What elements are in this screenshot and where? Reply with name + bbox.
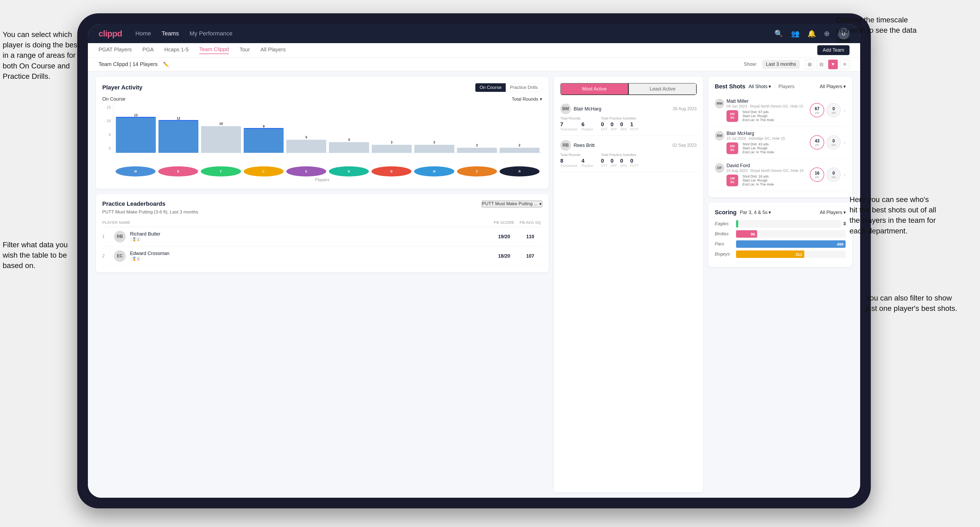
chart-filter[interactable]: Total Rounds ▾ xyxy=(512,96,542,102)
add-team-button[interactable]: Add Team xyxy=(817,45,850,55)
main-content: Player Activity On Course Practice Drill… xyxy=(88,71,860,498)
player-avatar-sm[interactable]: R xyxy=(500,167,539,176)
bar[interactable] xyxy=(116,117,156,153)
edit-icon[interactable]: ✏️ xyxy=(163,62,169,67)
scoring-bar-value: 96 xyxy=(751,232,755,237)
shot-location: 23 Jul 2023 · Ashridge GC, Hole 15 xyxy=(727,136,785,141)
shot-name-loc: David Ford 24 Aug 2023 · Royal North Dev… xyxy=(727,163,804,173)
shot-metric-dist: 43 yds xyxy=(810,135,824,149)
most-active-card: Most Active Least Active BM Blair McHarg… xyxy=(554,77,703,492)
bar-group: 9 xyxy=(243,125,284,153)
bar[interactable] xyxy=(329,142,369,153)
shot-row[interactable]: DF David Ford 24 Aug 2023 · Royal North … xyxy=(715,159,846,191)
player-avatar-sm[interactable]: C xyxy=(457,167,497,176)
shot-metric-zero: 0 yds xyxy=(826,167,841,182)
sub-nav-hcaps[interactable]: Hcaps 1-5 xyxy=(164,46,189,54)
player-activity-row[interactable]: BM Blair McHarg 26 Aug 2023 Total Rounds… xyxy=(560,99,697,136)
shot-metric-zero: 0 yds xyxy=(826,135,841,149)
player-avatar-sm[interactable]: M xyxy=(414,167,454,176)
shot-badge: 198SG xyxy=(727,175,738,186)
player-avatar-sm[interactable]: B xyxy=(371,167,412,176)
bar-group: 4 xyxy=(329,138,369,153)
lb-row[interactable]: 2 EC Edward Crossman 🏅 2 18/20 107 xyxy=(102,246,542,266)
bar[interactable] xyxy=(500,148,539,153)
shot-metric-zero: 0 yds xyxy=(826,103,841,117)
player-activity-row[interactable]: RB Rees Britt 02 Sep 2023 Total Rounds 8… xyxy=(560,136,697,172)
player-avatar-sm[interactable]: B xyxy=(329,167,369,176)
player-avatar-sm[interactable]: E xyxy=(286,167,326,176)
nav-home[interactable]: Home xyxy=(135,30,151,37)
lb-avatar: RB xyxy=(114,231,126,243)
lb-subtitle: PUTT Must Make Putting (3-6 ft), Last 3 … xyxy=(102,210,542,215)
bell-icon[interactable]: 🔔 xyxy=(807,30,816,38)
par-name: Blair McHarg xyxy=(574,106,601,112)
plus-icon[interactable]: ⊕ xyxy=(824,30,830,38)
shot-chevron[interactable]: › xyxy=(844,140,846,146)
toggle-practice[interactable]: Practice Drills xyxy=(506,83,542,92)
shot-row[interactable]: BM Blair McHarg 23 Jul 2023 · Ashridge G… xyxy=(715,126,846,159)
shots-tab-players[interactable]: Players xyxy=(778,84,794,89)
par-app: 0 APP xyxy=(611,121,617,131)
player-avatar-sm[interactable]: B xyxy=(158,167,198,176)
shot-chevron[interactable]: › xyxy=(844,107,846,113)
shot-row[interactable]: MM Matt Miller 09 Jun 2023 · Royal North… xyxy=(715,94,846,126)
lb-avatar: EC xyxy=(114,250,126,262)
most-active-tabs: Most Active Least Active xyxy=(560,83,697,95)
chart-section-title: On Course xyxy=(102,96,126,102)
lb-name-area: Richard Butler 🏅 1 xyxy=(130,231,490,242)
show-select[interactable]: Last 3 months xyxy=(762,60,799,68)
sub-nav-pga[interactable]: PGA xyxy=(142,46,154,54)
lb-rank-badge: 🏅 2 xyxy=(130,256,142,261)
sub-nav-tour[interactable]: Tour xyxy=(239,46,250,54)
bar[interactable] xyxy=(286,140,326,153)
view-grid3-button[interactable]: ⊟ xyxy=(816,60,826,69)
nav-items: Home Teams My Performance xyxy=(135,30,761,37)
scoring-bar-fill xyxy=(736,220,738,227)
nav-teams[interactable]: Teams xyxy=(162,30,179,37)
bar-group: 3 xyxy=(414,141,454,153)
scoring-bar-fill: 311 xyxy=(736,251,804,258)
sub-nav-all-players[interactable]: All Players xyxy=(261,46,285,54)
shots-filter[interactable]: All Players ▾ xyxy=(820,84,846,89)
scoring-label: Birdies xyxy=(715,231,736,237)
shot-chevron[interactable]: › xyxy=(844,171,846,178)
sub-nav-pgat[interactable]: PGAT Players xyxy=(99,46,132,54)
lb-row[interactable]: 1 RB Richard Butler 🏅 1 19/20 110 xyxy=(102,227,542,246)
scoring-bar-area: 311 xyxy=(736,251,846,258)
view-list-button[interactable]: ≡ xyxy=(840,60,850,69)
scoring-filter2[interactable]: All Players ▾ xyxy=(820,210,846,215)
bar[interactable] xyxy=(414,145,454,153)
tablet-frame: clippd Home Teams My Performance 🔍 👥 🔔 ⊕… xyxy=(77,13,871,508)
par-player-info: RB Rees Britt xyxy=(560,140,595,151)
nav-my-performance[interactable]: My Performance xyxy=(189,30,232,37)
view-heart-button[interactable]: ♥ xyxy=(828,60,838,69)
tab-most-active[interactable]: Most Active xyxy=(560,83,628,95)
lb-col-avg: PB AVG SQ xyxy=(518,220,542,225)
tab-least-active[interactable]: Least Active xyxy=(628,83,697,95)
bar-value-label: 2 xyxy=(476,143,478,147)
toggle-on-course[interactable]: On Course xyxy=(476,83,506,92)
player-avatar-sm[interactable]: M xyxy=(116,167,156,176)
scoring-label: Bogeys xyxy=(715,252,736,257)
shot-metrics: 43 yds 0 yds xyxy=(810,135,841,149)
bar[interactable] xyxy=(158,121,199,153)
view-grid4-button[interactable]: ⊞ xyxy=(805,60,815,69)
scoring-row: Eagles 3 xyxy=(715,220,846,227)
bar[interactable] xyxy=(372,145,412,153)
lb-filter-button[interactable]: PUTT Must Make Putting ... ▾ xyxy=(482,201,542,207)
search-icon[interactable]: 🔍 xyxy=(775,30,783,38)
bar[interactable] xyxy=(243,129,284,153)
shots-title: Best Shots xyxy=(715,83,745,90)
annotation-right-mid: Here you can see who's hit the best shot… xyxy=(850,194,937,236)
player-avatar-sm[interactable]: C xyxy=(243,167,284,176)
shot-metrics: 67 yds 0 yds xyxy=(810,103,841,117)
player-avatar-sm[interactable]: F xyxy=(201,167,241,176)
bar[interactable] xyxy=(457,148,497,153)
scoring-filter1[interactable]: Par 3, 4 & 5s ▾ xyxy=(740,210,771,215)
people-icon[interactable]: 👥 xyxy=(791,30,799,38)
shot-player-info: MM Matt Miller 09 Jun 2023 · Royal North… xyxy=(715,98,807,122)
bar[interactable] xyxy=(201,126,241,153)
sub-nav-team-clippd[interactable]: Team Clippd xyxy=(199,46,229,54)
bar-group: 12 xyxy=(158,117,199,153)
shots-tab-all[interactable]: All Shots ▾ xyxy=(749,84,771,89)
